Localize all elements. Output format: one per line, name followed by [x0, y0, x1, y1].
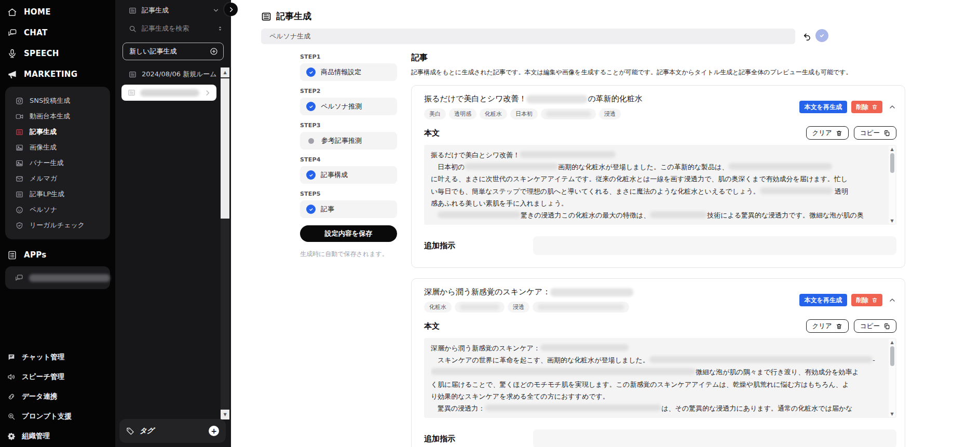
article-body-textarea[interactable]: 振るだけで美白とシワ改善！ 日本初の画期的な化粧水が登場しました。この革新的な製…	[424, 145, 896, 225]
textarea-scrollbar[interactable]: ▲▼	[889, 146, 895, 224]
primary-sidebar: HOMECHATSPEECHMARKETING SNS投稿生成動画台本生成記事生…	[0, 0, 115, 447]
primary-nav-bottom: チャット管理スピーチ管理データ連携プロンプト支援組織管理	[0, 347, 115, 446]
extra-instruction-input[interactable]	[533, 429, 896, 447]
body-buttons: クリアコピー	[806, 126, 896, 140]
redacted-text	[526, 95, 588, 103]
tag-pill	[455, 302, 505, 313]
clear-button[interactable]: クリア	[806, 126, 849, 140]
app-item[interactable]	[5, 266, 110, 289]
article-body-textarea[interactable]: 深層から潤う新感覚のスキンケア： スキンケアの世界に革命を起こす、画期的な化粧水…	[424, 338, 896, 418]
room-title-input[interactable]: ペルソナ生成	[261, 29, 795, 44]
scroll-up-arrow[interactable]: ▲	[889, 146, 895, 152]
new-article-button[interactable]: 新しい記事生成	[122, 43, 224, 60]
nav-item-marketing[interactable]: MARKETING	[0, 64, 115, 85]
secondary-sidebar-header[interactable]: 記事生成	[115, 0, 231, 20]
home-icon	[7, 7, 17, 17]
step-記事構成[interactable]: 記事構成	[300, 166, 397, 184]
step-ペルソナ推測[interactable]: ペルソナ推測	[300, 98, 397, 115]
confirm-check-button[interactable]	[815, 29, 828, 42]
sidebar-item-記事LP生成[interactable]: 記事LP生成	[5, 186, 110, 202]
clear-button[interactable]: クリア	[806, 319, 849, 333]
nav-item-home[interactable]: HOME	[0, 2, 115, 22]
sidebar-item-バナー生成[interactable]: バナー生成	[5, 155, 110, 171]
delete-button[interactable]: 削除	[851, 101, 882, 113]
extra-instruction-input[interactable]	[533, 236, 896, 255]
tag-pill: 化粧水	[480, 109, 507, 119]
text-segment: 透明	[833, 187, 848, 195]
scrollbar-thumb[interactable]	[890, 153, 894, 173]
selected-room-item[interactable]	[121, 85, 216, 101]
sidebar-item-リーガルチェック[interactable]: リーガルチェック	[5, 218, 110, 233]
scroll-up-arrow[interactable]: ▲	[889, 339, 895, 345]
room-item[interactable]: 2024/08/06 新規ルーム	[115, 66, 231, 82]
save-hint: 生成時に自動で保存されます。	[300, 250, 397, 259]
undo-icon[interactable]	[803, 32, 811, 40]
sidebar-item-SNS投稿生成[interactable]: SNS投稿生成	[5, 93, 110, 109]
text-segment: -	[873, 356, 875, 364]
text-segment: 微細な泡が肌の隅々まで行き渡り、有効成分を効率よ	[696, 368, 859, 376]
collapse-card-chevron-up-icon[interactable]	[888, 103, 896, 111]
sidebar-collapse-button[interactable]	[224, 3, 238, 16]
step-label-text: 参考記事推測	[321, 136, 362, 145]
scroll-up-arrow[interactable]: ▲	[221, 67, 229, 77]
sidebar-item-動画台本生成[interactable]: 動画台本生成	[5, 109, 110, 124]
text-segment: 画期的な化粧水が登場しました。この革新的な製品は、	[558, 163, 728, 171]
body-text-line: 日本初の画期的な化粧水が登場しました。この革新的な製品は、	[431, 161, 882, 173]
sidebar-item-ペルソナ[interactable]: ペルソナ	[5, 202, 110, 218]
step-記事[interactable]: 記事	[300, 200, 397, 218]
step-参考記事推測[interactable]: 参考記事推測	[300, 132, 397, 150]
copy-button[interactable]: コピー	[854, 126, 896, 140]
delete-button[interactable]: 削除	[851, 294, 882, 306]
regenerate-body-button[interactable]: 本文を再生成	[799, 294, 847, 306]
check-circle-icon	[306, 67, 316, 77]
nav-item-chat[interactable]: CHAT	[0, 22, 115, 43]
step-商品情報設定[interactable]: 商品情報設定	[300, 63, 397, 81]
add-tag-button[interactable]: +	[209, 426, 219, 436]
nav-item-スピーチ管理[interactable]: スピーチ管理	[0, 367, 115, 387]
nav-item-プロンプト支援[interactable]: プロンプト支援	[0, 407, 115, 426]
card-title: 深層から潤う新感覚のスキンケア：	[424, 287, 633, 297]
redacted-text	[540, 344, 629, 351]
nav-item-speech[interactable]: SPEECH	[0, 43, 115, 64]
sidebar-item-画像生成[interactable]: 画像生成	[5, 140, 110, 155]
article-icon	[16, 191, 23, 198]
smile-icon	[16, 206, 23, 214]
body-label: 本文	[424, 321, 440, 331]
check-circle-icon	[306, 170, 316, 180]
redacted-text	[649, 356, 873, 363]
nav-item-組織管理[interactable]: 組織管理	[0, 426, 115, 446]
sidebar-item-label: 記事LP生成	[30, 189, 64, 199]
card-top-row: 深層から潤う新感覚のスキンケア：化粧水浸透本文を再生成削除	[424, 287, 896, 313]
save-settings-button[interactable]: 設定内容を保存	[300, 225, 397, 242]
text-segment: 日本初の	[431, 163, 465, 171]
room-search[interactable]: 記事生成を検索	[115, 20, 231, 37]
article-section-description: 記事構成をもとに生成された記事です。本文は編集や画像を生成することが可能です。記…	[411, 68, 905, 77]
nav-item-チャット管理[interactable]: チャット管理	[0, 347, 115, 367]
scroll-down-arrow[interactable]: ▼	[889, 411, 895, 417]
textarea-scrollbar[interactable]: ▲▼	[889, 339, 895, 417]
mic-icon	[7, 49, 17, 59]
scrollbar-thumb[interactable]	[890, 346, 894, 366]
scroll-down-arrow[interactable]: ▼	[221, 410, 229, 419]
regenerate-body-button[interactable]: 本文を再生成	[799, 101, 847, 113]
body-text-line: 微細な泡が肌の隅々まで行き渡り、有効成分を効率よ	[431, 366, 882, 378]
body-text-line: 深層から潤う新感覚のスキンケア：	[431, 342, 882, 354]
card-title-and-tags: 深層から潤う新感覚のスキンケア：化粧水浸透	[424, 287, 633, 313]
copy-button[interactable]: コピー	[854, 319, 896, 333]
tag-pill	[541, 109, 596, 119]
article-icon	[129, 7, 137, 15]
room-list-scrollbar[interactable]: ▲ ▼	[221, 67, 229, 419]
chevron-down-icon[interactable]	[212, 7, 220, 14]
step-label-text: 商品情報設定	[321, 67, 361, 77]
scrollbar-thumb[interactable]	[221, 78, 229, 219]
nav-item-データ連携[interactable]: データ連携	[0, 387, 115, 407]
nav-item-label: 組織管理	[22, 431, 50, 441]
collapse-card-chevron-up-icon[interactable]	[888, 296, 896, 304]
sort-icon[interactable]	[216, 25, 224, 32]
scroll-down-arrow[interactable]: ▼	[889, 218, 895, 224]
sidebar-item-メルマガ[interactable]: メルマガ	[5, 171, 110, 186]
nav-item-label: HOME	[24, 7, 51, 17]
tag-section[interactable]: タグ +	[119, 419, 226, 443]
sidebar-item-記事生成[interactable]: 記事生成	[5, 124, 110, 140]
search-icon	[129, 25, 137, 33]
